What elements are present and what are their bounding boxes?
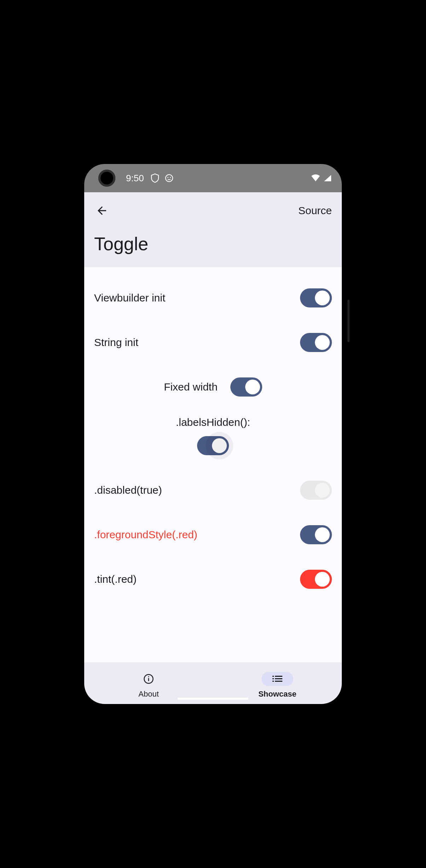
info-icon [143, 674, 154, 684]
toggle-disabled [300, 481, 332, 500]
arrow-left-icon [96, 204, 108, 217]
row-labels-hidden: .labelsHidden(): [94, 409, 332, 468]
wifi-icon [311, 174, 321, 182]
label-foreground-style: .foregroundStyle(.red) [94, 529, 197, 541]
shield-icon [150, 174, 160, 183]
face-icon [165, 174, 174, 183]
svg-rect-11 [275, 681, 282, 682]
toggle-foreground-style[interactable] [300, 525, 332, 544]
back-button[interactable] [94, 203, 110, 218]
content-area: Viewbuilder init String init Fixed width… [84, 267, 342, 662]
label-fixed-width: Fixed width [164, 381, 218, 393]
label-labels-hidden: .labelsHidden(): [176, 416, 250, 428]
list-icon [272, 675, 283, 683]
power-button[interactable] [347, 300, 350, 342]
toggle-viewbuilder[interactable] [300, 288, 332, 307]
svg-point-2 [170, 177, 171, 178]
svg-rect-7 [275, 676, 282, 677]
app-header: Source Toggle [84, 192, 342, 267]
label-string-init: String init [94, 336, 138, 348]
status-time: 9:50 [126, 173, 144, 184]
row-disabled: .disabled(true) [94, 468, 332, 512]
screen: 9:50 Source [84, 164, 342, 704]
source-button[interactable]: Source [298, 205, 332, 217]
page-title: Toggle [94, 233, 332, 254]
svg-rect-4 [148, 678, 149, 681]
label-disabled: .disabled(true) [94, 484, 162, 496]
cellular-icon [323, 174, 332, 182]
row-viewbuilder: Viewbuilder init [94, 276, 332, 320]
toggle-fixed-width[interactable] [230, 377, 262, 397]
front-camera [98, 170, 115, 187]
toggle-tint[interactable] [300, 570, 332, 589]
gesture-area[interactable] [84, 698, 342, 700]
phone-frame: 9:50 Source [79, 158, 347, 710]
svg-point-1 [167, 177, 168, 178]
svg-point-0 [166, 175, 173, 182]
row-string-init: String init [94, 320, 332, 365]
svg-rect-8 [272, 678, 274, 679]
gesture-bar [178, 698, 248, 700]
row-foreground-style: .foregroundStyle(.red) [94, 512, 332, 557]
status-bar: 9:50 [84, 164, 342, 192]
svg-rect-10 [272, 681, 274, 682]
label-viewbuilder: Viewbuilder init [94, 292, 165, 304]
toggle-labels-hidden[interactable] [197, 436, 229, 455]
row-fixed-width: Fixed width [94, 365, 332, 409]
toggle-string-init[interactable] [300, 333, 332, 352]
svg-rect-9 [275, 678, 282, 679]
svg-rect-5 [148, 676, 149, 678]
label-tint: .tint(.red) [94, 573, 137, 585]
row-tint: .tint(.red) [94, 557, 332, 602]
svg-rect-6 [272, 676, 274, 677]
